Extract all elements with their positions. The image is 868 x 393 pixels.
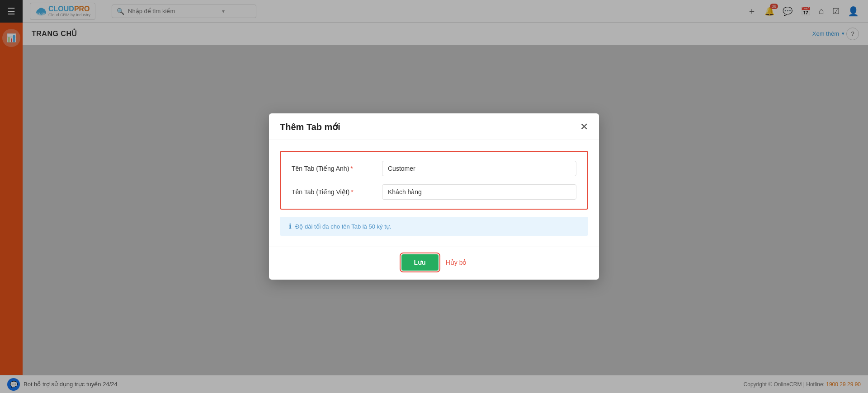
info-icon: ℹ (289, 222, 292, 230)
form-label-vn: Tên Tab (Tiếng Việt)* (292, 188, 382, 196)
cancel-button[interactable]: Hủy bỏ (446, 259, 467, 266)
tab-name-en-input[interactable] (382, 161, 576, 176)
modal-footer: Lưu Hủy bỏ (269, 247, 599, 280)
modal-close-button[interactable]: ✕ (580, 122, 588, 132)
modal-overlay: Thêm Tab mới ✕ Tên Tab (Tiếng Anh)* Tên … (0, 0, 868, 393)
modal-title: Thêm Tab mới (280, 122, 340, 132)
form-box: Tên Tab (Tiếng Anh)* Tên Tab (Tiếng Việt… (280, 151, 588, 210)
form-row-vn: Tên Tab (Tiếng Việt)* (292, 184, 576, 200)
required-marker-vn: * (351, 188, 353, 196)
modal-body: Tên Tab (Tiếng Anh)* Tên Tab (Tiếng Việt… (269, 140, 599, 243)
form-label-en: Tên Tab (Tiếng Anh)* (292, 165, 382, 172)
tab-name-vn-input[interactable] (382, 184, 576, 200)
save-button[interactable]: Lưu (401, 254, 439, 271)
info-box: ℹ Độ dài tối đa cho tên Tab là 50 ký tự. (280, 217, 588, 236)
modal-header: Thêm Tab mới ✕ (269, 113, 599, 140)
required-marker-en: * (350, 165, 353, 172)
form-row-en: Tên Tab (Tiếng Anh)* (292, 161, 576, 176)
info-text: Độ dài tối đa cho tên Tab là 50 ký tự. (295, 223, 391, 230)
modal-dialog: Thêm Tab mới ✕ Tên Tab (Tiếng Anh)* Tên … (269, 113, 599, 280)
